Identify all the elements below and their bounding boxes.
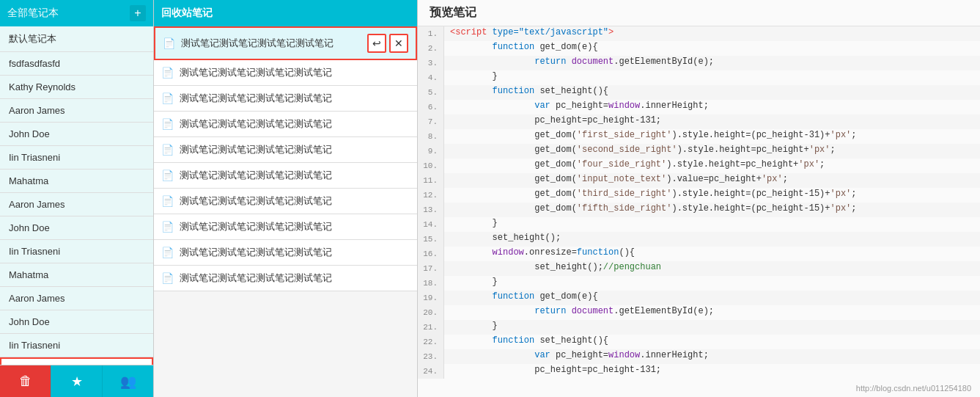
sidebar-item-12[interactable]: John Doe: [0, 310, 153, 334]
line-content: get_dom('third_side_right').style.height…: [444, 188, 863, 203]
sidebar-item-3[interactable]: Aaron James: [0, 99, 153, 123]
preview-title: 预览笔记: [430, 5, 476, 21]
code-line: 23. var pc_height=window.innerHeight;: [418, 349, 980, 364]
line-number: 19.: [418, 291, 444, 305]
note-item-3[interactable]: 📄测试笔记测试笔记测试笔记测试笔记: [154, 112, 417, 137]
note-list: 📄测试笔记测试笔记测试笔记测试笔记↩✕📄测试笔记测试笔记测试笔记测试笔记📄测试笔…: [154, 26, 417, 397]
note-item-8[interactable]: 📄测试笔记测试笔记测试笔记测试笔记: [154, 240, 417, 266]
note-item-4[interactable]: 📄测试笔记测试笔记测试笔记测试笔记: [154, 137, 417, 163]
line-number: 13.: [418, 203, 444, 217]
line-number: 18.: [418, 276, 444, 291]
line-content: function set_height(){: [444, 85, 614, 100]
line-content: }: [444, 217, 504, 232]
note-item-0[interactable]: 📄测试笔记测试笔记测试笔记测试笔记↩✕: [154, 26, 417, 60]
line-number: 2.: [418, 41, 444, 56]
note-item-7[interactable]: 📄测试笔记测试笔记测试笔记测试笔记: [154, 214, 417, 240]
note-title: 测试笔记测试笔记测试笔记测试笔记: [180, 169, 410, 182]
note-item-9[interactable]: 📄测试笔记测试笔记测试笔记测试笔记: [154, 266, 417, 291]
line-content: return document.getElementById(e);: [444, 305, 720, 320]
code-line: 21. }: [418, 320, 980, 335]
sidebar: 全部笔记本 + 默认笔记本fsdfasdfasfdKathy ReynoldsA…: [0, 0, 154, 397]
line-content: }: [444, 276, 504, 291]
sidebar-header: 全部笔记本 +: [0, 0, 153, 26]
line-number: 5.: [418, 85, 444, 100]
sidebar-item-10[interactable]: Mahatma: [0, 263, 153, 287]
note-actions: ↩✕: [367, 34, 408, 53]
star-button[interactable]: ★: [51, 365, 103, 397]
line-content: function get_dom(e){: [444, 291, 604, 305]
sidebar-item-5[interactable]: Iin Triasneni: [0, 146, 153, 170]
note-item-1[interactable]: 📄测试笔记测试笔记测试笔记测试笔记: [154, 60, 417, 86]
note-icon: 📄: [161, 195, 174, 207]
delete-note-button[interactable]: ✕: [389, 34, 408, 53]
sidebar-item-11[interactable]: Aaron James: [0, 287, 153, 310]
note-icon: 📄: [161, 118, 174, 130]
line-content: var pc_height=window.innerHeight;: [444, 100, 715, 114]
code-area[interactable]: 1.<script type="text/javascript">2. func…: [418, 26, 980, 397]
note-item-6[interactable]: 📄测试笔记测试笔记测试笔记测试笔记: [154, 189, 417, 214]
note-title: 测试笔记测试笔记测试笔记测试笔记: [181, 37, 363, 50]
share-button[interactable]: 👥: [103, 365, 153, 397]
note-title: 测试笔记测试笔记测试笔记测试笔记: [180, 194, 410, 208]
preview-header: 预览笔记: [418, 0, 980, 26]
line-content: }: [444, 70, 504, 85]
sidebar-item-14[interactable]: Mahatma: [0, 357, 153, 365]
code-line: 20. return document.getElementById(e);: [418, 305, 980, 320]
add-notebook-button[interactable]: +: [130, 5, 146, 21]
line-content: var pc_height=window.innerHeight;: [444, 349, 715, 364]
sidebar-item-7[interactable]: Aaron James: [0, 193, 153, 216]
code-line: 10. get_dom('four_side_right').style.hei…: [418, 159, 980, 173]
code-line: 17. set_height();//pengchuan: [418, 261, 980, 276]
line-content: pc_height=pc_height-131;: [444, 114, 667, 129]
sidebar-item-8[interactable]: John Doe: [0, 216, 153, 240]
middle-header: 回收站笔记: [154, 0, 417, 26]
sidebar-item-1[interactable]: fsdfasdfasfd: [0, 52, 153, 76]
line-number: 20.: [418, 305, 444, 320]
code-line: 18. }: [418, 276, 980, 291]
code-line: 1.<script type="text/javascript">: [418, 26, 980, 41]
note-item-2[interactable]: 📄测试笔记测试笔记测试笔记测试笔记: [154, 86, 417, 112]
line-number: 11.: [418, 173, 444, 188]
code-line: 6. var pc_height=window.innerHeight;: [418, 100, 980, 114]
line-content: get_dom('four_side_right').style.height=…: [444, 159, 830, 173]
line-number: 12.: [418, 188, 444, 203]
middle-header-title: 回收站笔记: [161, 7, 213, 20]
sidebar-item-13[interactable]: Iin Triasneni: [0, 334, 153, 357]
sidebar-item-2[interactable]: Kathy Reynolds: [0, 76, 153, 99]
line-content: get_dom('input_note_text').value=pc_heig…: [444, 173, 794, 188]
sidebar-item-9[interactable]: Iin Triasneni: [0, 240, 153, 263]
note-icon: 📄: [161, 170, 174, 181]
code-line: 9. get_dom('second_side_right').style.he…: [418, 144, 980, 159]
sidebar-item-0[interactable]: 默认笔记本: [0, 26, 153, 52]
note-item-5[interactable]: 📄测试笔记测试笔记测试笔记测试笔记: [154, 163, 417, 189]
line-number: 14.: [418, 217, 444, 232]
note-title: 测试笔记测试笔记测试笔记测试笔记: [180, 117, 410, 131]
note-title: 测试笔记测试笔记测试笔记测试笔记: [180, 66, 410, 79]
watermark: http://blog.csdn.net/u011254180: [856, 384, 971, 393]
delete-button[interactable]: 🗑: [0, 365, 51, 397]
code-line: 5. function set_height(){: [418, 85, 980, 100]
sidebar-item-6[interactable]: Mahatma: [0, 170, 153, 193]
code-line: 8. get_dom('first_side_right').style.hei…: [418, 129, 980, 144]
line-number: 17.: [418, 261, 444, 276]
note-icon: 📄: [161, 272, 174, 284]
code-line: 13. get_dom('fifth_side_right').style.he…: [418, 203, 980, 217]
line-number: 16.: [418, 247, 444, 261]
restore-button[interactable]: ↩: [367, 34, 386, 53]
line-content: function get_dom(e){: [444, 41, 604, 56]
note-icon: 📄: [161, 92, 174, 104]
line-number: 21.: [418, 320, 444, 335]
line-content: function set_height(){: [444, 335, 614, 349]
line-number: 15.: [418, 232, 444, 247]
note-icon: 📄: [161, 67, 174, 79]
note-title: 测试笔记测试笔记测试笔记测试笔记: [180, 220, 410, 233]
note-icon: 📄: [161, 247, 174, 258]
code-line: 2. function get_dom(e){: [418, 41, 980, 56]
line-content: return document.getElementById(e);: [444, 56, 720, 70]
code-line: 19. function get_dom(e){: [418, 291, 980, 305]
line-number: 8.: [418, 129, 444, 144]
line-number: 3.: [418, 56, 444, 70]
sidebar-item-4[interactable]: John Doe: [0, 123, 153, 146]
note-title: 测试笔记测试笔记测试笔记测试笔记: [180, 92, 410, 105]
line-number: 22.: [418, 335, 444, 349]
